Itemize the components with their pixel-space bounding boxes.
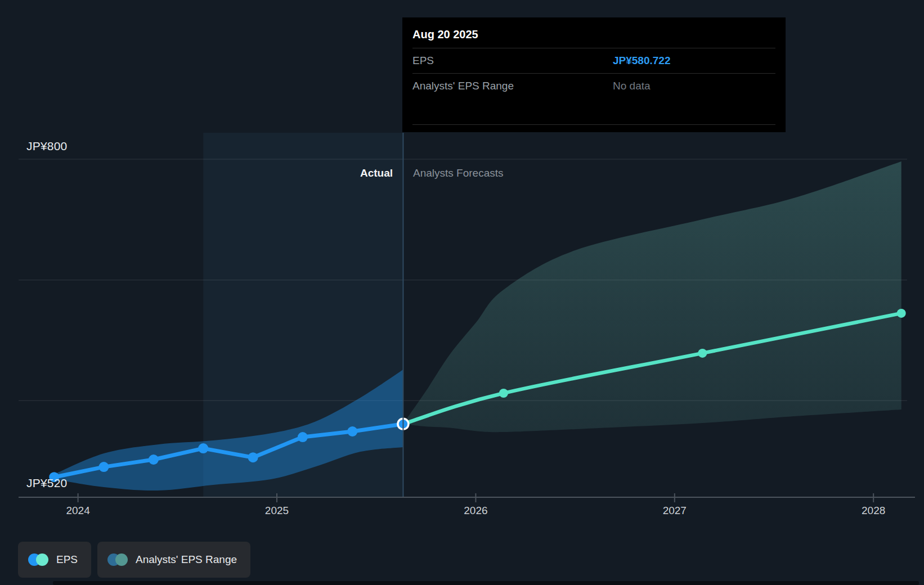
forecast-phase-label: Analysts Forecasts [413, 167, 504, 179]
tooltip-row-value: No data [613, 80, 651, 92]
x-tick-label-2028: 2028 [851, 505, 896, 517]
actual-data-point-4[interactable] [248, 452, 258, 462]
legend-swatch-icon [107, 553, 129, 566]
legend-label: Analysts' EPS Range [136, 554, 237, 566]
y-axis-label-max: JP¥800 [26, 140, 67, 153]
x-tick-label-2024: 2024 [56, 505, 101, 517]
x-tick-label-2026: 2026 [453, 505, 498, 517]
legend-item-eps[interactable]: EPS [18, 542, 91, 578]
swatch-circle-right [36, 554, 48, 566]
tooltip-row-0: EPSJP¥580.722 [412, 48, 775, 73]
tooltip-row-label: Analysts' EPS Range [412, 80, 613, 92]
tooltip-row-1: Analysts' EPS RangeNo data [412, 73, 775, 98]
x-tick-label-2027: 2027 [652, 505, 697, 517]
actual-data-point-1[interactable] [99, 462, 109, 472]
swatch-circle-right [115, 554, 128, 566]
tooltip: Aug 20 2025 EPSJP¥580.722Analysts' EPS R… [402, 17, 786, 132]
actual-data-point-6[interactable] [347, 426, 357, 436]
actual-data-point-2[interactable] [149, 454, 159, 465]
horizontal-scrollbar[interactable] [53, 581, 919, 585]
tooltip-rows: EPSJP¥580.722Analysts' EPS RangeNo data [412, 48, 775, 98]
legend: EPSAnalysts' EPS Range [18, 542, 250, 578]
tooltip-bottom-divider [412, 124, 775, 125]
actual-phase-label: Actual [224, 167, 393, 179]
legend-label: EPS [56, 554, 78, 566]
tooltip-date: Aug 20 2025 [412, 26, 775, 48]
y-axis-label-min: JP¥520 [26, 476, 67, 490]
tooltip-row-value: JP¥580.722 [613, 55, 671, 67]
legend-swatch-icon [28, 553, 50, 566]
eps-forecast-chart-page: { "tooltip": { "date": "Aug 20 2025", "r… [0, 0, 924, 585]
legend-item-analysts-eps-range[interactable]: Analysts' EPS Range [97, 542, 250, 578]
forecast-data-point-1[interactable] [698, 349, 707, 358]
actual-data-point-3[interactable] [198, 443, 208, 453]
forecast-data-point-2[interactable] [897, 309, 906, 318]
actual-data-point-5[interactable] [298, 432, 308, 442]
tooltip-spacer [412, 98, 775, 124]
tooltip-row-label: EPS [412, 55, 613, 67]
forecast-range-band [403, 161, 901, 432]
forecast-data-point-0[interactable] [499, 389, 508, 398]
x-tick-label-2025: 2025 [254, 505, 299, 517]
plot-right-mask [907, 127, 924, 497]
